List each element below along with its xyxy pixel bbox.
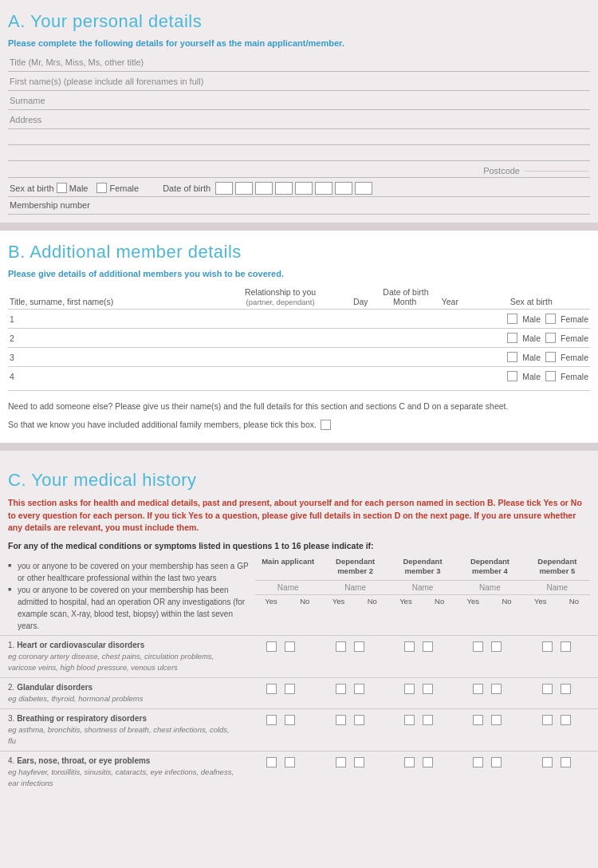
member-1-day[interactable] bbox=[339, 310, 376, 329]
address-field[interactable]: Address bbox=[8, 112, 590, 129]
member-4-male-checkbox[interactable] bbox=[507, 371, 517, 381]
member-name-0[interactable]: Name bbox=[255, 583, 321, 592]
member-row-2: 2 Male Female bbox=[8, 329, 590, 348]
member-2-day[interactable] bbox=[339, 329, 376, 348]
female-checkbox[interactable] bbox=[96, 183, 107, 193]
member-4-name[interactable]: 4 bbox=[8, 367, 222, 386]
tick-text: So that we know you have included additi… bbox=[8, 420, 317, 429]
q3-m4-yes-checkbox[interactable] bbox=[542, 715, 553, 725]
member-3-male-checkbox[interactable] bbox=[507, 352, 517, 362]
member-3-year[interactable] bbox=[424, 348, 472, 367]
member-1-female-checkbox[interactable] bbox=[545, 314, 556, 324]
member-4-month[interactable] bbox=[376, 367, 424, 386]
q2-m1-no-checkbox[interactable] bbox=[354, 684, 364, 694]
dob-box-3[interactable] bbox=[255, 182, 273, 195]
member-3-female-label: Female bbox=[561, 353, 588, 362]
section-c-title: C. Your medical history bbox=[0, 459, 598, 497]
member-4-female-checkbox[interactable] bbox=[545, 371, 556, 381]
member-4-sex: Male Female bbox=[473, 367, 590, 386]
col-title-surname: Title, surname, first name(s) bbox=[8, 285, 222, 310]
q2-m3-no-checkbox[interactable] bbox=[491, 684, 502, 694]
member-2-name[interactable]: 2 bbox=[8, 329, 222, 348]
member-2-male-checkbox[interactable] bbox=[507, 333, 517, 343]
surname-field[interactable]: Surname bbox=[8, 93, 590, 110]
member-3-female-checkbox[interactable] bbox=[545, 352, 556, 362]
member-1-month[interactable] bbox=[376, 310, 424, 329]
member-1-male-checkbox[interactable] bbox=[507, 314, 517, 324]
q4-m0-no-checkbox[interactable] bbox=[285, 757, 295, 767]
q2-m3-yes-checkbox[interactable] bbox=[473, 684, 483, 694]
q1-m1-no-checkbox[interactable] bbox=[354, 641, 364, 652]
dob-box-1[interactable] bbox=[215, 182, 233, 195]
dob-box-5[interactable] bbox=[295, 182, 313, 195]
q4-m3-yes-checkbox[interactable] bbox=[473, 757, 483, 767]
q4-m2-no-checkbox[interactable] bbox=[423, 757, 433, 767]
q3-m1-no-checkbox[interactable] bbox=[354, 715, 364, 725]
dob-box-4[interactable] bbox=[275, 182, 293, 195]
q3-m4-no-checkbox[interactable] bbox=[561, 715, 571, 725]
member-3-relationship[interactable] bbox=[222, 348, 339, 367]
q3-m1-yes-checkbox[interactable] bbox=[336, 715, 346, 725]
member-2-relationship[interactable] bbox=[222, 329, 339, 348]
q4-m4-no-checkbox[interactable] bbox=[561, 757, 571, 767]
member-name-3[interactable]: Name bbox=[457, 583, 522, 592]
q3-m3-no-checkbox[interactable] bbox=[491, 715, 502, 725]
q1-m3-no-checkbox[interactable] bbox=[491, 641, 502, 652]
q2-m1-yes-checkbox[interactable] bbox=[336, 684, 346, 694]
member-2-month[interactable] bbox=[376, 329, 424, 348]
member-header-3: Dependant member 4 bbox=[457, 557, 522, 577]
q3-m2-yes-checkbox[interactable] bbox=[404, 715, 415, 725]
member-1-relationship[interactable] bbox=[222, 310, 339, 329]
member-2-female-checkbox[interactable] bbox=[545, 333, 556, 343]
member-name-4[interactable]: Name bbox=[525, 583, 590, 592]
member-1-male-label: Male bbox=[522, 314, 541, 324]
member-name-1[interactable]: Name bbox=[322, 583, 388, 592]
q1-m2-yes-checkbox[interactable] bbox=[404, 641, 415, 652]
member-2-year[interactable] bbox=[424, 329, 472, 348]
q3-m0-no-checkbox[interactable] bbox=[285, 715, 295, 725]
q4-m4-yes-checkbox[interactable] bbox=[542, 757, 553, 767]
member-1-year[interactable] bbox=[424, 310, 472, 329]
q2-m2-no-checkbox[interactable] bbox=[423, 684, 433, 694]
q2-m0-yes-checkbox[interactable] bbox=[266, 684, 277, 694]
q4-m0-yes-checkbox[interactable] bbox=[266, 757, 277, 767]
member-1-name[interactable]: 1 bbox=[8, 310, 222, 329]
q2-m0-no-checkbox[interactable] bbox=[285, 684, 295, 694]
q1-m4-no-checkbox[interactable] bbox=[561, 641, 571, 652]
q3-m3-yes-checkbox[interactable] bbox=[473, 715, 483, 725]
q2-m4-no-checkbox[interactable] bbox=[561, 684, 571, 694]
q1-m2-no-checkbox[interactable] bbox=[423, 641, 433, 652]
page: A. Your personal details Please complete… bbox=[0, 0, 598, 793]
member-4-relationship[interactable] bbox=[222, 367, 339, 386]
q2-m4-yes-checkbox[interactable] bbox=[542, 684, 553, 694]
q4-m1-no-checkbox[interactable] bbox=[354, 757, 364, 767]
title-field[interactable]: Title (Mr, Mrs, Miss, Ms, other title) bbox=[8, 54, 590, 72]
q4-m2-yes-checkbox[interactable] bbox=[404, 757, 415, 767]
member-3-month[interactable] bbox=[376, 348, 424, 367]
q4-m1-yes-checkbox[interactable] bbox=[336, 757, 346, 767]
q1-m0-no-checkbox[interactable] bbox=[285, 641, 295, 652]
male-checkbox[interactable] bbox=[57, 183, 67, 193]
q1-m3-yes-checkbox[interactable] bbox=[473, 641, 483, 652]
q1-m1-yes-checkbox[interactable] bbox=[336, 641, 346, 652]
member-4-day[interactable] bbox=[339, 367, 376, 386]
member-3-day[interactable] bbox=[339, 348, 376, 367]
section-b: B. Additional member details Please give… bbox=[0, 231, 598, 443]
q3-m2-no-checkbox[interactable] bbox=[423, 715, 433, 725]
q-num-3: 3. bbox=[8, 714, 17, 723]
member-name-2[interactable]: Name bbox=[390, 583, 455, 592]
q2-m2-yes-checkbox[interactable] bbox=[404, 684, 415, 694]
dob-box-2[interactable] bbox=[235, 182, 253, 195]
dob-box-8[interactable] bbox=[355, 182, 372, 195]
dob-box-7[interactable] bbox=[335, 182, 352, 195]
dob-box-6[interactable] bbox=[315, 182, 332, 195]
member-3-name[interactable]: 3 bbox=[8, 348, 222, 367]
q4-m3-no-checkbox[interactable] bbox=[491, 757, 502, 767]
member-4-male-label: Male bbox=[522, 372, 541, 381]
q1-m4-yes-checkbox[interactable] bbox=[542, 641, 553, 652]
firstname-field[interactable]: First name(s) (please include all forena… bbox=[8, 73, 590, 91]
family-tick-checkbox[interactable] bbox=[321, 420, 331, 430]
member-4-year[interactable] bbox=[424, 367, 472, 386]
q1-m0-yes-checkbox[interactable] bbox=[266, 641, 277, 652]
q3-m0-yes-checkbox[interactable] bbox=[266, 715, 277, 725]
